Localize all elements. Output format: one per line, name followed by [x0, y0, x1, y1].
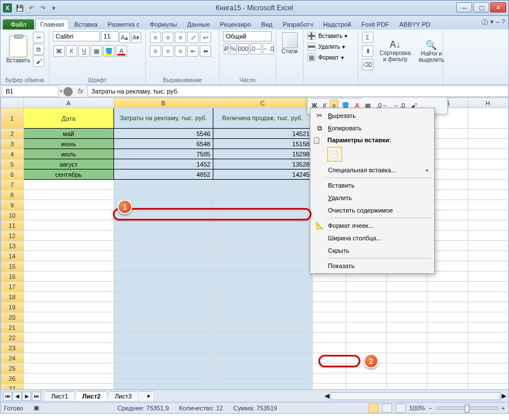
fill-icon[interactable]: ⬇: [362, 45, 373, 57]
cell-B25[interactable]: [113, 363, 213, 374]
column-header-B[interactable]: B: [113, 98, 213, 108]
cell-G26[interactable]: [427, 374, 468, 384]
formula-input[interactable]: Затраты на рекламу, тыс. руб.: [87, 86, 508, 97]
cell-H14[interactable]: [468, 251, 508, 261]
zoom-in-icon[interactable]: +: [502, 405, 505, 411]
cells-format-button[interactable]: ▦Формат ▾: [307, 53, 354, 62]
row-header-3[interactable]: 3: [1, 139, 24, 149]
cell-A11[interactable]: [23, 220, 113, 231]
find-select-button[interactable]: 🔍 Найти и выделить: [417, 31, 447, 71]
sheet-tab-3[interactable]: Лист3: [107, 391, 139, 401]
copy-icon[interactable]: ⧉: [33, 44, 44, 55]
cell-C20[interactable]: [213, 312, 312, 323]
cell-C18[interactable]: [213, 292, 312, 302]
help-question-icon[interactable]: ?: [502, 18, 505, 27]
tab-addins[interactable]: Надстрой: [318, 19, 356, 29]
row-header-22[interactable]: 22: [1, 333, 24, 343]
mini-percent-icon[interactable]: %: [399, 97, 409, 99]
qat-save-icon[interactable]: 💾: [15, 3, 25, 13]
cell-H18[interactable]: [468, 292, 508, 302]
cell-D19[interactable]: [312, 302, 346, 312]
view-page-break-icon[interactable]: [396, 404, 406, 413]
cell-A14[interactable]: [23, 251, 113, 261]
cell-C2[interactable]: 14521: [213, 129, 312, 139]
cell-B21[interactable]: [113, 323, 213, 333]
cell-C3[interactable]: 15158: [213, 139, 312, 149]
zoom-slider[interactable]: [436, 406, 498, 410]
cell-B19[interactable]: [113, 302, 213, 312]
cell-B6[interactable]: 4852: [113, 169, 213, 180]
cell-H2[interactable]: [468, 129, 508, 139]
cell-H5[interactable]: [468, 159, 508, 169]
tab-abbyy[interactable]: ABBYY PD: [394, 19, 436, 29]
cell-H1[interactable]: [468, 108, 508, 129]
cell-F20[interactable]: [386, 312, 427, 323]
cell-C17[interactable]: [213, 282, 312, 292]
font-size-combo[interactable]: 11: [101, 31, 119, 41]
ctx-format-cells[interactable]: 📐Формат ячеек...: [312, 219, 433, 232]
format-painter-icon[interactable]: 🖌: [33, 56, 44, 67]
row-header-7[interactable]: 7: [1, 180, 24, 190]
cell-B22[interactable]: [113, 333, 213, 343]
ctx-unhide[interactable]: Показать: [312, 260, 433, 272]
row-header-25[interactable]: 25: [1, 363, 24, 374]
column-header-A[interactable]: A: [23, 98, 113, 108]
cell-A3[interactable]: июнь: [23, 139, 113, 149]
cell-H13[interactable]: [468, 241, 508, 251]
underline-icon[interactable]: Ч: [78, 45, 90, 57]
clear-icon[interactable]: ⌫: [362, 59, 373, 70]
cell-G21[interactable]: [427, 323, 468, 333]
mini-comma-icon[interactable]: ,: [410, 97, 416, 99]
row-header-24[interactable]: 24: [1, 353, 24, 363]
help-info-icon[interactable]: ⓘ: [482, 18, 488, 27]
mini-increase-font-icon[interactable]: A▴: [363, 97, 375, 99]
row-header-27[interactable]: 27: [1, 384, 24, 391]
cell-H4[interactable]: [468, 149, 508, 159]
tab-page-layout[interactable]: Разметка с: [103, 19, 145, 29]
cell-B18[interactable]: [113, 292, 213, 302]
mini-currency-icon[interactable]: ₽: [389, 97, 398, 99]
cell-F26[interactable]: [386, 374, 427, 384]
cell-C27[interactable]: [213, 384, 312, 391]
merge-icon[interactable]: ⬌: [200, 45, 211, 57]
minimize-button[interactable]: —: [456, 2, 472, 12]
cell-C6[interactable]: 14245: [213, 169, 312, 180]
row-header-4[interactable]: 4: [1, 149, 24, 159]
cell-C14[interactable]: [213, 251, 312, 261]
align-top-icon[interactable]: ≡: [150, 32, 161, 43]
sheet-tab-2[interactable]: Лист2: [75, 391, 108, 401]
row-header-11[interactable]: 11: [1, 220, 24, 231]
cell-A25[interactable]: [23, 363, 113, 374]
row-header-10[interactable]: 10: [1, 210, 24, 220]
cell-H16[interactable]: [468, 271, 508, 282]
hscroll-right-icon[interactable]: ▶: [502, 392, 506, 400]
cell-H17[interactable]: [468, 282, 508, 292]
row-header-20[interactable]: 20: [1, 312, 24, 323]
cell-F27[interactable]: [386, 384, 427, 391]
cell-A10[interactable]: [23, 210, 113, 220]
border-icon[interactable]: ▦: [91, 45, 102, 57]
cell-A18[interactable]: [23, 292, 113, 302]
tab-foxit[interactable]: Foxit PDF: [356, 19, 394, 29]
cell-H6[interactable]: [468, 169, 508, 180]
ctx-delete[interactable]: Удалить: [312, 192, 433, 204]
mini-decrease-font-icon[interactable]: A▾: [376, 97, 388, 99]
cell-E17[interactable]: [346, 282, 386, 292]
cell-E18[interactable]: [346, 292, 386, 302]
select-all-corner[interactable]: [1, 98, 24, 108]
row-header-26[interactable]: 26: [1, 374, 24, 384]
row-header-19[interactable]: 19: [1, 302, 24, 312]
cell-C19[interactable]: [213, 302, 312, 312]
zoom-out-icon[interactable]: −: [428, 405, 432, 411]
qat-undo-icon[interactable]: ↶: [26, 3, 36, 13]
tab-nav-first-icon[interactable]: ⏮: [3, 392, 12, 401]
maximize-button[interactable]: ▢: [473, 2, 489, 12]
cell-H20[interactable]: [468, 312, 508, 323]
cell-F24[interactable]: [386, 353, 427, 363]
cell-A16[interactable]: [23, 271, 113, 282]
align-right-icon[interactable]: ≡: [175, 45, 186, 57]
currency-icon[interactable]: ₽: [224, 43, 229, 54]
tab-home[interactable]: Главная: [35, 19, 69, 29]
cell-F22[interactable]: [386, 333, 427, 343]
cell-C11[interactable]: [213, 220, 312, 231]
